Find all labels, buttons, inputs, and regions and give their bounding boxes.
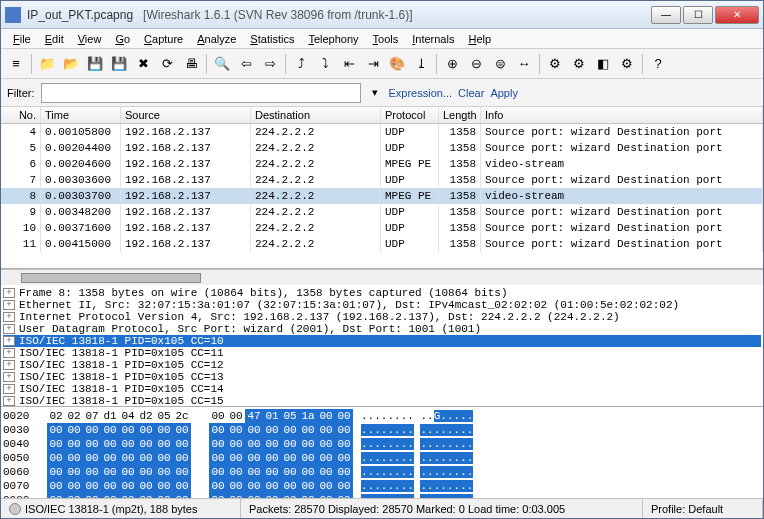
col-header-source[interactable]: Source bbox=[121, 107, 251, 123]
packet-row[interactable]: 100.00371600192.168.2.137224.2.2.2UDP135… bbox=[1, 220, 763, 236]
print-icon[interactable]: 🖶 bbox=[180, 53, 202, 75]
expand-icon[interactable]: + bbox=[3, 288, 15, 298]
menu-analyze[interactable]: Analyze bbox=[191, 31, 242, 47]
hex-row[interactable]: 007000000000000000000000000000000000....… bbox=[3, 479, 761, 493]
packet-row[interactable]: 80.00303700192.168.2.137224.2.2.2MPEG PE… bbox=[1, 188, 763, 204]
saveas-icon[interactable]: 💾 bbox=[108, 53, 130, 75]
dispfilter-icon[interactable]: ⚙ bbox=[568, 53, 590, 75]
filter-input[interactable] bbox=[41, 83, 361, 103]
expert-led-icon[interactable] bbox=[9, 503, 21, 515]
save-icon[interactable]: 💾 bbox=[84, 53, 106, 75]
folder-icon[interactable]: 📁 bbox=[36, 53, 58, 75]
back-icon[interactable]: ⇦ bbox=[235, 53, 257, 75]
expand-icon[interactable]: + bbox=[3, 324, 15, 334]
close-button[interactable]: ✕ bbox=[715, 6, 759, 24]
packet-list-pane[interactable]: No. Time Source Destination Protocol Len… bbox=[1, 107, 763, 269]
col-header-destination[interactable]: Destination bbox=[251, 107, 381, 123]
find-icon[interactable]: 🔍 bbox=[211, 53, 233, 75]
zoomout-icon[interactable]: ⊖ bbox=[465, 53, 487, 75]
last-icon[interactable]: ⇥ bbox=[362, 53, 384, 75]
packet-row[interactable]: 40.00105800192.168.2.137224.2.2.2UDP1358… bbox=[1, 124, 763, 140]
minimize-button[interactable]: — bbox=[651, 6, 681, 24]
packet-list-header[interactable]: No. Time Source Destination Protocol Len… bbox=[1, 107, 763, 124]
coloring-icon[interactable]: ◧ bbox=[592, 53, 614, 75]
open-icon[interactable]: 📂 bbox=[60, 53, 82, 75]
detail-tree-item[interactable]: +ISO/IEC 13818-1 PID=0x105 CC=12 bbox=[3, 359, 761, 371]
first-icon[interactable]: ⇤ bbox=[338, 53, 360, 75]
status-profile[interactable]: Profile: Default bbox=[651, 503, 723, 515]
expand-icon[interactable]: + bbox=[3, 336, 15, 346]
packet-bytes-pane[interactable]: 0020020207d104d2052c00004701051a0000....… bbox=[1, 407, 763, 498]
help-icon[interactable]: ? bbox=[647, 53, 669, 75]
hex-row[interactable]: 005000000000000000000000000000000000....… bbox=[3, 451, 761, 465]
col-header-info[interactable]: Info bbox=[481, 107, 763, 123]
expand-icon[interactable]: + bbox=[3, 312, 15, 322]
forward-icon[interactable]: ⇨ bbox=[259, 53, 281, 75]
apply-link[interactable]: Apply bbox=[490, 87, 518, 99]
jump-icon[interactable]: ⤴ bbox=[290, 53, 312, 75]
detail-tree-item[interactable]: +Ethernet II, Src: 32:07:15:3a:01:07 (32… bbox=[3, 299, 761, 311]
detail-tree-item[interactable]: +Internet Protocol Version 4, Src: 192.1… bbox=[3, 311, 761, 323]
titlebar[interactable]: IP_out_PKT.pcapng [Wireshark 1.6.1 (SVN … bbox=[1, 1, 763, 29]
expand-icon[interactable]: + bbox=[3, 384, 15, 394]
detail-tree-item[interactable]: +Frame 8: 1358 bytes on wire (10864 bits… bbox=[3, 287, 761, 299]
menu-internals[interactable]: Internals bbox=[406, 31, 460, 47]
hex-row[interactable]: 006000000000000000000000000000000000....… bbox=[3, 465, 761, 479]
hex-bytes[interactable]: 00000000000000000000000000000000 bbox=[47, 479, 353, 493]
menu-edit[interactable]: Edit bbox=[39, 31, 70, 47]
resize-icon[interactable]: ↔ bbox=[513, 53, 535, 75]
detail-tree-item[interactable]: +ISO/IEC 13818-1 PID=0x105 CC=10 bbox=[3, 335, 761, 347]
menu-capture[interactable]: Capture bbox=[138, 31, 189, 47]
autoscroll-icon[interactable]: ⥙ bbox=[410, 53, 432, 75]
expand-icon[interactable]: + bbox=[3, 396, 15, 406]
packet-details-pane[interactable]: +Frame 8: 1358 bytes on wire (10864 bits… bbox=[1, 285, 763, 407]
expand-icon[interactable]: + bbox=[3, 348, 15, 358]
clear-link[interactable]: Clear bbox=[458, 87, 484, 99]
colorize-icon[interactable]: 🎨 bbox=[386, 53, 408, 75]
zoomin-icon[interactable]: ⊕ bbox=[441, 53, 463, 75]
packet-list-hscrollbar[interactable] bbox=[1, 269, 763, 285]
menu-file[interactable]: File bbox=[7, 31, 37, 47]
menu-help[interactable]: Help bbox=[462, 31, 497, 47]
hex-bytes[interactable]: 00000000000000000000000000000000 bbox=[47, 423, 353, 437]
close-icon2[interactable]: ✖ bbox=[132, 53, 154, 75]
expand-icon[interactable]: + bbox=[3, 360, 15, 370]
hex-bytes[interactable]: 00000000000000000000000000000000 bbox=[47, 437, 353, 451]
capfilter-icon[interactable]: ⚙ bbox=[544, 53, 566, 75]
hex-bytes[interactable]: 020207d104d2052c00004701051a0000 bbox=[47, 409, 353, 423]
col-header-no[interactable]: No. bbox=[1, 107, 41, 123]
detail-tree-item[interactable]: +ISO/IEC 13818-1 PID=0x105 CC=11 bbox=[3, 347, 761, 359]
reload-icon[interactable]: ⟳ bbox=[156, 53, 178, 75]
detail-tree-item[interactable]: +ISO/IEC 13818-1 PID=0x105 CC=14 bbox=[3, 383, 761, 395]
detail-tree-item[interactable]: +ISO/IEC 13818-1 PID=0x105 CC=15 bbox=[3, 395, 761, 407]
detail-tree-item[interactable]: +ISO/IEC 13818-1 PID=0x105 CC=13 bbox=[3, 371, 761, 383]
list-icon[interactable]: ≡ bbox=[5, 53, 27, 75]
hex-bytes[interactable]: 00000000000000000000000000000000 bbox=[47, 451, 353, 465]
expression-link[interactable]: Expression... bbox=[389, 87, 453, 99]
prefs-icon[interactable]: ⚙ bbox=[616, 53, 638, 75]
maximize-button[interactable]: ☐ bbox=[683, 6, 713, 24]
hex-row[interactable]: 003000000000000000000000000000000000....… bbox=[3, 423, 761, 437]
filter-dropdown-icon[interactable]: ▾ bbox=[367, 86, 383, 99]
expand-icon[interactable]: + bbox=[3, 372, 15, 382]
packet-row[interactable]: 60.00204600192.168.2.137224.2.2.2MPEG PE… bbox=[1, 156, 763, 172]
menu-view[interactable]: View bbox=[72, 31, 108, 47]
menu-go[interactable]: Go bbox=[109, 31, 136, 47]
hex-row[interactable]: 004000000000000000000000000000000000....… bbox=[3, 437, 761, 451]
col-header-time[interactable]: Time bbox=[41, 107, 121, 123]
packet-row[interactable]: 90.00348200192.168.2.137224.2.2.2UDP1358… bbox=[1, 204, 763, 220]
col-header-length[interactable]: Length bbox=[439, 107, 481, 123]
menu-statistics[interactable]: Statistics bbox=[244, 31, 300, 47]
hex-row[interactable]: 0020020207d104d2052c00004701051a0000....… bbox=[3, 409, 761, 423]
hex-bytes[interactable]: 00000000000000000000000000000000 bbox=[47, 465, 353, 479]
menu-tools[interactable]: Tools bbox=[367, 31, 405, 47]
menu-telephony[interactable]: Telephony bbox=[302, 31, 364, 47]
packet-row[interactable]: 70.00303600192.168.2.137224.2.2.2UDP1358… bbox=[1, 172, 763, 188]
packet-row[interactable]: 110.00415000192.168.2.137224.2.2.2UDP135… bbox=[1, 236, 763, 252]
packet-row[interactable]: 50.00204400192.168.2.137224.2.2.2UDP1358… bbox=[1, 140, 763, 156]
expand-icon[interactable]: + bbox=[3, 300, 15, 310]
col-header-protocol[interactable]: Protocol bbox=[381, 107, 439, 123]
detail-tree-item[interactable]: +User Datagram Protocol, Src Port: wizar… bbox=[3, 323, 761, 335]
goto-icon[interactable]: ⤵ bbox=[314, 53, 336, 75]
zoom11-icon[interactable]: ⊜ bbox=[489, 53, 511, 75]
